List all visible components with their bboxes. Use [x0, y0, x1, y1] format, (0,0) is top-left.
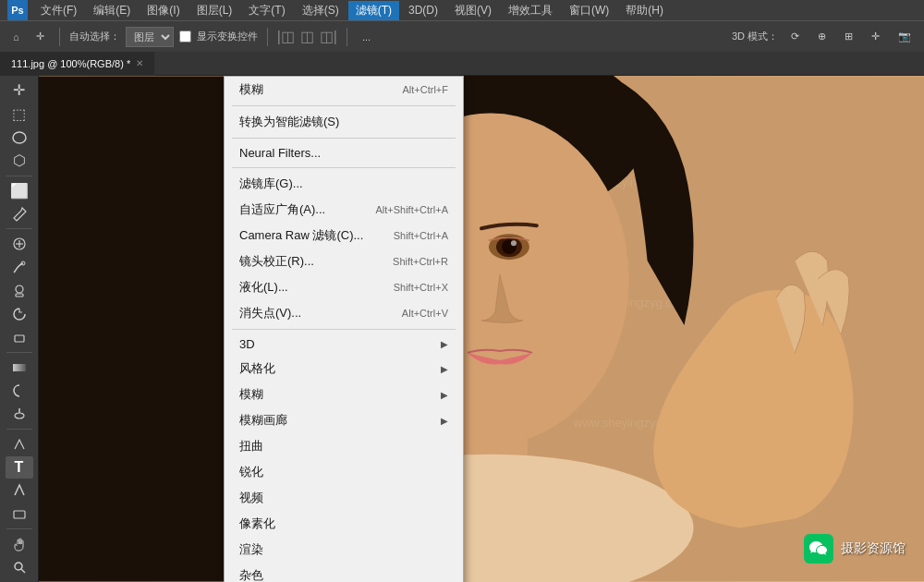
- filter-lens-correction-shortcut: Shift+Ctrl+R: [393, 256, 448, 267]
- filter-neural[interactable]: Neural Filters...: [225, 141, 463, 164]
- filter-distort[interactable]: 扭曲: [225, 433, 463, 459]
- main-layout: ✛ ⬚ ⬡ ⬜: [0, 76, 924, 582]
- divider-3: [346, 28, 347, 46]
- filter-camera-raw-label: Camera Raw 滤镜(C)...: [239, 227, 363, 244]
- svg-point-5: [16, 285, 23, 293]
- tool-stamp[interactable]: [6, 280, 33, 301]
- menu-3d[interactable]: 3D(D): [401, 2, 445, 18]
- filter-blur-last-label: 模糊: [239, 81, 263, 98]
- filter-sharpen[interactable]: 锐化: [225, 459, 463, 485]
- tool-dodge[interactable]: [6, 404, 33, 425]
- tool-marquee[interactable]: ⬚: [6, 103, 33, 124]
- move-tool-btn[interactable]: ✛: [30, 29, 50, 44]
- filter-noise-label: 杂色: [239, 567, 263, 582]
- filter-noise[interactable]: 杂色: [225, 563, 463, 582]
- tool-divider-4: [6, 429, 32, 430]
- filter-blur-gallery[interactable]: 模糊画廊 ▶: [225, 407, 463, 433]
- divider-2: [267, 28, 268, 46]
- filter-liquify[interactable]: 液化(L)... Shift+Ctrl+X: [225, 274, 463, 300]
- 3d-rotate-btn[interactable]: ⟳: [785, 29, 805, 44]
- tab-close-btn[interactable]: ✕: [136, 58, 143, 68]
- filter-convert-smart[interactable]: 转换为智能滤镜(S): [225, 109, 463, 135]
- align-center-icon: ◫: [300, 28, 314, 45]
- tool-shape[interactable]: [6, 503, 33, 525]
- tool-crop[interactable]: ⬜: [6, 179, 33, 200]
- svg-rect-8: [13, 364, 26, 371]
- filter-blur-last[interactable]: 模糊 Alt+Ctrl+F: [225, 77, 463, 103]
- svg-point-31: [511, 240, 517, 246]
- options-bar: ⌂ ✛ 自动选择： 图层 显示变换控件 |◫ ◫ ◫| ... 3D 模式： ⟳…: [0, 20, 924, 52]
- filter-gallery[interactable]: 滤镜库(G)...: [225, 171, 463, 197]
- filter-blur-gallery-label: 模糊画廊: [239, 412, 287, 429]
- filter-vanishing-point-shortcut: Alt+Ctrl+V: [402, 308, 448, 319]
- filter-distort-label: 扭曲: [239, 438, 263, 455]
- more-options-btn[interactable]: ...: [357, 30, 376, 44]
- filter-blur-gallery-arrow: ▶: [441, 416, 448, 426]
- filter-render-label: 渲染: [239, 541, 263, 558]
- tool-type[interactable]: T: [6, 456, 33, 478]
- tool-hand[interactable]: [6, 533, 33, 554]
- filter-sharpen-label: 锐化: [239, 464, 263, 480]
- tool-pen[interactable]: [6, 433, 33, 455]
- menu-file[interactable]: 文件(F): [33, 1, 84, 20]
- menu-filter[interactable]: 滤镜(T): [348, 1, 399, 20]
- filter-adaptive-wide[interactable]: 自适应广角(A)... Alt+Shift+Ctrl+A: [225, 197, 463, 223]
- tab-111jpg[interactable]: 111.jpg @ 100%(RGB/8) * ✕: [0, 52, 155, 76]
- menu-window[interactable]: 窗口(W): [562, 1, 616, 20]
- filter-camera-raw[interactable]: Camera Raw 滤镜(C)... Shift+Ctrl+A: [225, 223, 463, 249]
- filter-render[interactable]: 渲染: [225, 537, 463, 563]
- 3d-camera-btn[interactable]: 📷: [893, 29, 917, 44]
- svg-rect-11: [14, 511, 25, 518]
- menu-edit[interactable]: 编辑(E): [86, 1, 138, 20]
- sep-1: [232, 105, 456, 106]
- tool-history[interactable]: [6, 303, 33, 324]
- tool-divider-2: [6, 228, 32, 229]
- menu-view[interactable]: 视图(V): [447, 1, 499, 20]
- tool-healing[interactable]: [6, 233, 33, 254]
- filter-stylize-arrow: ▶: [441, 364, 448, 374]
- menu-text[interactable]: 文字(T): [241, 1, 292, 20]
- filter-vanishing-point[interactable]: 消失点(V)... Alt+Ctrl+V: [225, 300, 463, 326]
- tab-bar: 111.jpg @ 100%(RGB/8) * ✕: [0, 52, 924, 76]
- tool-gradient[interactable]: [6, 357, 33, 378]
- filter-stylize[interactable]: 风格化 ▶: [225, 356, 463, 382]
- 3d-move-btn[interactable]: ✛: [866, 29, 885, 44]
- tool-path-select[interactable]: [6, 480, 33, 502]
- auto-select-label: 自动选择：: [69, 30, 120, 43]
- filter-lens-correction-label: 镜头校正(R)...: [239, 253, 314, 270]
- filter-dropdown-menu: 模糊 Alt+Ctrl+F 转换为智能滤镜(S) Neural Filters.…: [224, 76, 464, 582]
- tool-eraser[interactable]: [6, 327, 33, 348]
- transform-label: 显示变换控件: [197, 30, 258, 43]
- tool-brush[interactable]: [6, 256, 33, 277]
- canvas-area: www.sheyingzyg.com www.sheyingzyg.com ww…: [39, 76, 924, 582]
- filter-lens-correction[interactable]: 镜头校正(R)... Shift+Ctrl+R: [225, 249, 463, 274]
- menu-image[interactable]: 图像(I): [140, 1, 187, 20]
- filter-3d[interactable]: 3D ▶: [225, 333, 463, 356]
- filter-camera-raw-shortcut: Shift+Ctrl+A: [394, 230, 448, 241]
- tool-blur[interactable]: [6, 380, 33, 401]
- filter-3d-arrow: ▶: [441, 339, 448, 349]
- sep-3: [232, 167, 456, 168]
- 3d-zoom-btn[interactable]: ⊞: [839, 29, 858, 44]
- tool-eyedropper[interactable]: [6, 203, 33, 224]
- svg-point-9: [15, 413, 24, 418]
- menu-help[interactable]: 帮助(H): [618, 1, 671, 20]
- svg-rect-7: [15, 335, 24, 342]
- 3d-pan-btn[interactable]: ⊕: [812, 29, 832, 44]
- tool-zoom[interactable]: [6, 557, 33, 578]
- divider-1: [59, 28, 60, 46]
- tool-magic-wand[interactable]: ⬡: [6, 150, 33, 171]
- menu-layer[interactable]: 图层(L): [189, 1, 240, 20]
- auto-select-dropdown[interactable]: 图层: [126, 27, 174, 47]
- wechat-icon: [804, 534, 833, 564]
- menu-plugins[interactable]: 增效工具: [501, 1, 560, 20]
- menu-select[interactable]: 选择(S): [295, 1, 346, 20]
- tool-move[interactable]: ✛: [6, 79, 33, 101]
- tool-lasso[interactable]: [6, 127, 33, 148]
- filter-pixelate[interactable]: 像素化: [225, 511, 463, 537]
- transform-checkbox[interactable]: [179, 30, 191, 42]
- photo-background: www.sheyingzyg.com www.sheyingzyg.com ww…: [39, 76, 924, 582]
- filter-video[interactable]: 视频: [225, 485, 463, 511]
- filter-blur-sub[interactable]: 模糊 ▶: [225, 382, 463, 407]
- home-btn[interactable]: ⌂: [7, 30, 25, 44]
